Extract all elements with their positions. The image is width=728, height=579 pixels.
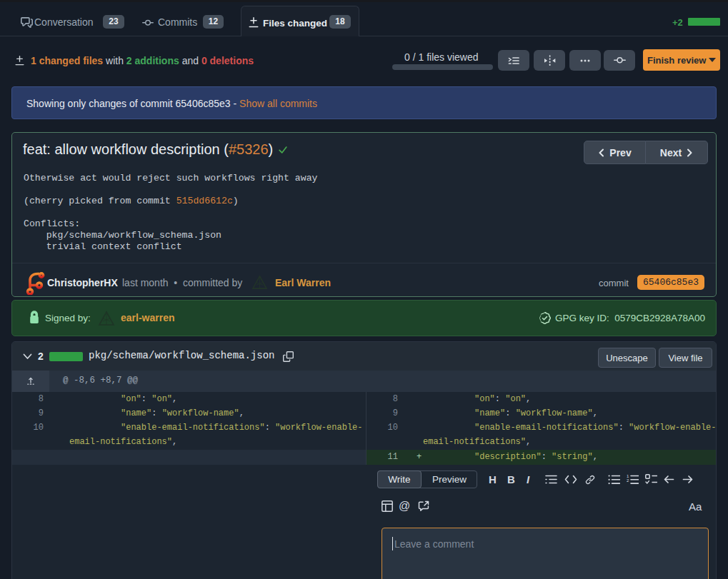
svg-text:2: 2	[627, 478, 629, 483]
